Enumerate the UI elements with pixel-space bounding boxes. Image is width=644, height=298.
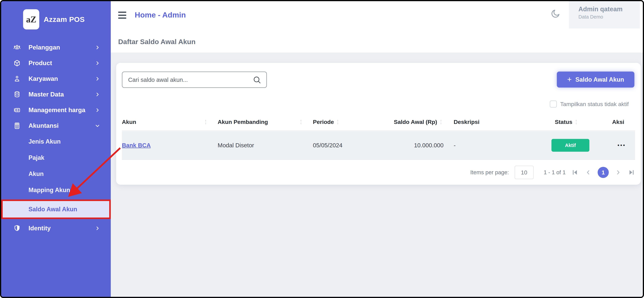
chevron-right-icon (95, 226, 100, 231)
page-title: Daftar Saldo Awal Akun (118, 38, 196, 46)
plus-icon: + (567, 75, 572, 83)
inactive-filter-checkbox[interactable] (550, 101, 557, 108)
inactive-filter: Tampilkan status tidak aktif (550, 101, 629, 108)
app-logo-icon: aZ (23, 9, 39, 29)
table-row: Bank BCA Modal Disetor 05/05/2024 10.000… (122, 131, 635, 160)
next-page-icon[interactable] (614, 169, 622, 176)
sort-icon: ↑↓ (576, 120, 577, 125)
user-menu[interactable]: Admin qateam Data Demo (569, 1, 640, 28)
search-input[interactable] (122, 76, 252, 83)
search-icon[interactable] (252, 75, 262, 85)
sidebar-item-label: Product (28, 60, 52, 67)
sidebar-item-label: Master Data (28, 91, 64, 98)
last-page-icon[interactable] (628, 169, 635, 176)
pagination-range: 1 - 1 of 1 (544, 169, 566, 176)
price-management-icon (13, 106, 21, 114)
column-header-deskripsi: Deskripsi (450, 119, 552, 125)
sidebar-item-pelanggan[interactable]: Pelanggan (1, 40, 111, 55)
user-name: Admin qateam (578, 5, 640, 13)
dark-mode-toggle[interactable] (550, 8, 560, 19)
sidebar-item-mapping-akun[interactable]: Mapping Akun (1, 182, 111, 198)
cell-periode: 05/05/2024 (313, 142, 394, 149)
sidebar-nav: Pelanggan Product Karyawan (1, 40, 111, 236)
akun-link[interactable]: Bank BCA (122, 142, 151, 149)
chevron-down-icon (95, 123, 100, 128)
add-button-label: Saldo Awal Akun (576, 76, 624, 83)
cell-status: Aktif (552, 139, 609, 152)
sidebar-item-master-data[interactable]: Master Data (1, 87, 111, 102)
sidebar-item-label: Pelanggan (28, 44, 60, 51)
sub-item-label: Akun (28, 170, 44, 177)
people-icon (13, 44, 21, 51)
current-page-button[interactable]: 1 (598, 167, 609, 178)
person-icon (13, 75, 21, 83)
sort-icon: ↑↓ (300, 120, 302, 125)
database-icon (13, 91, 21, 98)
app-name: Azzam POS (44, 15, 85, 23)
column-header-akun-pembanding[interactable]: Akun Pembanding ↑↓ (218, 119, 313, 125)
column-label: Periode (313, 119, 334, 125)
sort-icon: ↑↓ (440, 120, 442, 125)
status-badge: Aktif (552, 139, 590, 152)
app-window: aZ Azzam POS Pelanggan Product (0, 0, 644, 298)
sidebar-item-management-harga[interactable]: Management harga (1, 102, 111, 118)
moon-icon (550, 17, 560, 19)
sidebar-item-jenis-akun[interactable]: Jenis Akun (1, 134, 111, 150)
first-page-icon[interactable] (571, 169, 579, 176)
cell-deskripsi: - (450, 142, 552, 149)
workarea: + Saldo Awal Akun Tampilkan status tidak… (111, 52, 643, 297)
column-header-status[interactable]: Status ↑↓ (552, 119, 609, 125)
sidebar-item-pajak[interactable]: Pajak (1, 150, 111, 166)
breadcrumb-title[interactable]: Home - Admin (135, 10, 186, 19)
sidebar-item-karyawan[interactable]: Karyawan (1, 71, 111, 87)
chevron-right-icon (95, 108, 100, 113)
sidebar-item-akun[interactable]: Akun (1, 166, 111, 182)
menu-toggle-icon[interactable] (118, 12, 126, 19)
chevron-right-icon (95, 61, 100, 66)
sub-item-label: Jenis Akun (28, 138, 61, 145)
annotation-red-box: Saldo Awal Akun (1, 199, 111, 219)
sidebar-item-product[interactable]: Product (1, 55, 111, 71)
sort-icon: ↑↓ (205, 120, 207, 125)
table-header: Akun ↑↓ Akun Pembanding ↑↓ Periode ↑↓ Sa… (122, 113, 635, 131)
column-header-saldo-awal[interactable]: Saldo Awal (Rp) ↑↓ (394, 119, 450, 125)
pagination: Items per page: 10 1 - 1 of 1 1 (122, 160, 635, 185)
main-content: Home - Admin Admin qateam Data Demo Daft… (111, 1, 643, 297)
user-role: Data Demo (578, 14, 640, 20)
sidebar-item-saldo-awal-akun[interactable]: Saldo Awal Akun (3, 201, 109, 218)
column-header-akun[interactable]: Akun ↑↓ (122, 119, 218, 125)
column-header-aksi: Aksi (609, 119, 635, 125)
shield-icon (13, 225, 21, 232)
sort-icon: ↑↓ (337, 120, 339, 125)
chevron-right-icon (95, 76, 100, 81)
cell-akun-pembanding: Modal Disetor (218, 142, 313, 149)
sub-item-label: Pajak (28, 154, 44, 161)
sidebar-item-identity[interactable]: Identity (1, 220, 111, 236)
row-actions-menu[interactable]: ••• (609, 143, 626, 148)
column-label: Saldo Awal (Rp) (394, 119, 437, 125)
items-per-page-select[interactable]: 10 (515, 166, 534, 179)
cell-akun: Bank BCA (122, 142, 218, 149)
chevron-right-icon (95, 45, 100, 50)
sidebar-item-label: Karyawan (28, 75, 58, 82)
column-label: Deskripsi (454, 119, 480, 125)
column-label: Aksi (612, 119, 624, 125)
sidebar: aZ Azzam POS Pelanggan Product (1, 1, 111, 297)
search-box (122, 72, 267, 88)
items-per-page-label: Items per page: (470, 169, 509, 176)
column-header-periode[interactable]: Periode ↑↓ (313, 119, 394, 125)
calculator-icon (13, 122, 21, 130)
column-label: Akun Pembanding (218, 119, 268, 125)
sub-item-label: Saldo Awal Akun (28, 206, 77, 213)
sidebar-item-akuntansi[interactable]: Akuntansi (1, 118, 111, 134)
cube-icon (13, 59, 21, 67)
add-saldo-awal-button[interactable]: + Saldo Awal Akun (557, 72, 634, 88)
app-logo[interactable]: aZ Azzam POS (1, 9, 111, 29)
column-label: Akun (122, 119, 136, 125)
chevron-right-icon (95, 92, 100, 97)
cell-aksi: ••• (609, 143, 635, 148)
inactive-filter-label: Tampilkan status tidak aktif (560, 101, 629, 107)
topbar: Home - Admin Admin qateam Data Demo Daft… (111, 1, 643, 52)
sidebar-item-label: Management harga (28, 107, 85, 114)
previous-page-icon[interactable] (584, 169, 592, 176)
